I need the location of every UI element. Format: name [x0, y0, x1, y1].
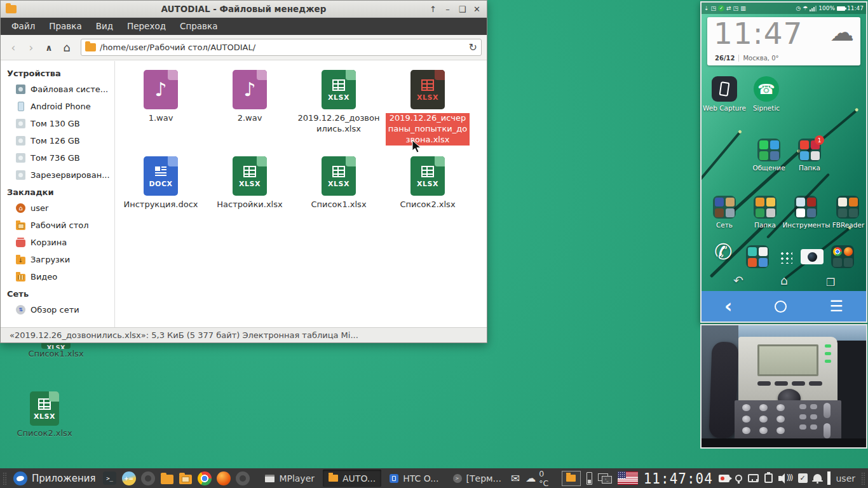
- camera-app-icon[interactable]: [801, 249, 824, 264]
- spreadsheet-grid-icon: [330, 165, 347, 179]
- sipnetic-app-icon[interactable]: [754, 76, 779, 102]
- screen-recorder-icon[interactable]: [719, 475, 729, 482]
- file-spisok2-xlsx[interactable]: XLSX Список2.xlsx: [384, 156, 471, 243]
- path-text[interactable]: /home/user/Рабочий стол/AUTODIAL/: [100, 43, 465, 52]
- file-manager-launcher[interactable]: [159, 471, 175, 486]
- folder-icon: [566, 475, 576, 482]
- file-ischerpany-xlsx-selected[interactable]: XLSX 2019.12.26_исчерпаны_попытки_дозвон…: [384, 70, 471, 156]
- minimize-button[interactable]: [442, 3, 454, 15]
- android-home-icon[interactable]: [780, 273, 788, 287]
- back-button[interactable]: [6, 40, 21, 55]
- file-2wav[interactable]: 2.wav: [207, 70, 293, 156]
- lightbulb-icon[interactable]: [735, 475, 742, 482]
- folder-papka-1[interactable]: 1: [798, 139, 821, 161]
- network-port-icon[interactable]: [748, 474, 759, 482]
- task-label: AUTO...: [342, 473, 376, 484]
- chrome-launcher[interactable]: [197, 471, 212, 486]
- sidebar-item-volume-130[interactable]: Том 130 GB: [1, 115, 114, 132]
- notes-icon: [766, 198, 775, 207]
- task-htc[interactable]: HTC O...: [384, 470, 444, 487]
- menu-hamburger-icon[interactable]: ☰: [829, 297, 843, 315]
- menu-go[interactable]: Переход: [120, 18, 173, 35]
- sidebar-item-user-home[interactable]: user: [1, 200, 114, 217]
- sidebar-item-desktop[interactable]: Рабочий стол: [1, 217, 114, 234]
- notifications-bell-icon[interactable]: [813, 474, 822, 480]
- phone-screen[interactable]: ⇣ ◳ ✓ ⇄ ◳ ▥ ◷ ☂ 100% 11:47 11:47 26/12 М…: [702, 3, 866, 322]
- mail-app-icon: [726, 198, 735, 207]
- status-text: «2019.12.26_дозвонились.xlsx»: 5,3 КиБ (…: [10, 330, 358, 340]
- sidebar-item-downloads[interactable]: Загрузки: [1, 251, 114, 268]
- mail-icon[interactable]: [511, 472, 520, 485]
- file-1wav[interactable]: 1.wav: [118, 70, 204, 156]
- home-button[interactable]: [59, 40, 74, 55]
- user-menu[interactable]: user: [836, 473, 856, 484]
- firefox-launcher[interactable]: [216, 471, 231, 486]
- chrome-icon: [833, 247, 842, 256]
- shade-button[interactable]: [427, 3, 439, 15]
- app-drawer-icon[interactable]: [779, 250, 792, 264]
- task-autodial[interactable]: AUTO...: [323, 470, 381, 487]
- folder-applet[interactable]: [562, 471, 581, 486]
- android-back-icon[interactable]: [733, 273, 743, 287]
- web-capture-app-icon[interactable]: [712, 76, 737, 102]
- calculator-launcher[interactable]: +=: [121, 471, 137, 486]
- sidebar-item-filesystem[interactable]: Файловая систе...: [1, 81, 114, 98]
- screenshot-launcher[interactable]: [140, 471, 156, 486]
- sidebar-item-volume-736[interactable]: Том 736 GB: [1, 149, 114, 166]
- phone-dialer-icon[interactable]: [714, 239, 733, 264]
- file-dozvonilis-xlsx[interactable]: XLSX 2019.12.26_дозвонились.xlsx: [295, 70, 382, 156]
- sidebar-item-reserved[interactable]: Зарезервирован...: [1, 166, 114, 184]
- weather-cloud-icon[interactable]: [526, 472, 536, 484]
- file-instrukciya-docx[interactable]: DOCX Инструкция.docx: [118, 156, 204, 243]
- home-circle-icon[interactable]: [775, 301, 787, 313]
- sidebar-item-android-phone[interactable]: Android Phone: [1, 98, 114, 115]
- sidebar-item-trash[interactable]: Корзина: [1, 234, 114, 251]
- updates-check-icon[interactable]: ✓: [798, 473, 808, 483]
- forward-button[interactable]: [24, 40, 39, 55]
- terminal-launcher[interactable]: >_: [102, 471, 118, 486]
- sidebar-item-video[interactable]: Видео: [1, 268, 114, 285]
- menu-help[interactable]: Справка: [173, 18, 224, 35]
- sidebar-item-label: Рабочий стол: [31, 220, 88, 230]
- desktop-icon-spisok2[interactable]: XLSX Список2.xlsx: [15, 391, 74, 438]
- files-view[interactable]: 1.wav 2.wav XLSX 2019.12.26_дозвонились.…: [115, 61, 487, 327]
- messages-folder[interactable]: [746, 245, 769, 268]
- maximize-button[interactable]: [456, 3, 468, 15]
- file-spisok1-xlsx[interactable]: XLSX Список1.xlsx: [295, 156, 382, 243]
- menu-file[interactable]: Файл: [4, 18, 42, 35]
- sidebar-item-volume-126[interactable]: Том 126 GB: [1, 132, 114, 149]
- file-nastroyki-xlsx[interactable]: XLSX Настройки.xlsx: [207, 156, 293, 243]
- browsers-folder[interactable]: [831, 245, 854, 268]
- desktop-folder-launcher[interactable]: [179, 471, 194, 486]
- folder-papka-2[interactable]: [754, 196, 776, 219]
- app-launcher[interactable]: [235, 471, 250, 486]
- panel-grip[interactable]: [861, 472, 865, 485]
- app-icon: [715, 208, 724, 217]
- task-terminal[interactable]: >[Терм...: [447, 470, 507, 487]
- task-mplayer[interactable]: MPlayer: [259, 470, 320, 487]
- digital-clock[interactable]: 11:47:04: [644, 470, 713, 487]
- path-bar[interactable]: /home/user/Рабочий стол/AUTODIAL/: [81, 39, 482, 56]
- up-button[interactable]: [41, 40, 57, 55]
- applications-menu-button[interactable]: Приложения: [11, 471, 98, 485]
- battery-applet-icon[interactable]: [587, 472, 592, 485]
- clipboard-icon[interactable]: [764, 473, 773, 483]
- menu-edit[interactable]: Правка: [42, 18, 88, 35]
- refresh-icon[interactable]: [469, 41, 477, 53]
- volume-icon[interactable]: ))): [778, 473, 792, 484]
- title-bar[interactable]: AUTODIAL - Файловый менеджер: [1, 1, 487, 18]
- back-chevron-icon[interactable]: ‹: [724, 297, 732, 316]
- folder-set[interactable]: [713, 196, 736, 219]
- desktop-icon-spisok1[interactable]: XLSX Список1.xlsx: [27, 341, 85, 358]
- clock-weather-widget[interactable]: 11:47 26/12 Москва, 0°: [707, 17, 860, 65]
- terminal-windows-icon[interactable]: [598, 473, 612, 484]
- android-recents-icon[interactable]: [826, 274, 835, 288]
- keyboard-layout-us-flag[interactable]: [618, 471, 638, 485]
- panel-grip[interactable]: [3, 472, 7, 485]
- sidebar-item-network-browse[interactable]: Обзор сети: [1, 301, 114, 318]
- close-button[interactable]: [471, 3, 483, 15]
- folder-obshchenie[interactable]: [757, 139, 780, 161]
- menu-view[interactable]: Вид: [89, 18, 120, 35]
- folder-instrumenty[interactable]: [794, 196, 817, 219]
- folder-fbreader[interactable]: [836, 196, 859, 219]
